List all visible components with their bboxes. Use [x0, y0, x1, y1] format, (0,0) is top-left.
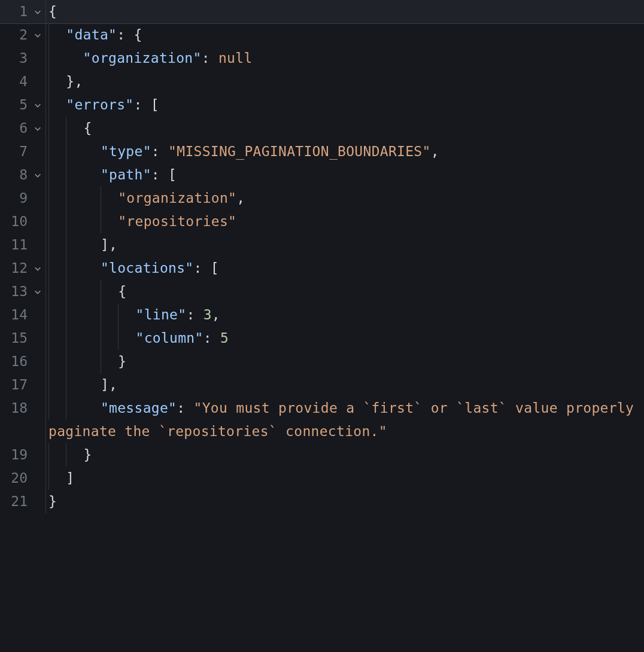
- code-line[interactable]: 20 ]: [0, 467, 644, 490]
- code-line[interactable]: 10 "repositories": [0, 210, 644, 233]
- code-line[interactable]: 16 }: [0, 350, 644, 373]
- code-content[interactable]: }: [46, 490, 57, 513]
- chevron-down-icon: [34, 31, 42, 39]
- code-content[interactable]: "repositories": [46, 210, 236, 233]
- fold-toggle[interactable]: [30, 257, 45, 280]
- fold-gutter: [30, 70, 45, 93]
- code-content[interactable]: ],: [46, 233, 117, 257]
- fold-gutter: [30, 443, 45, 467]
- code-content[interactable]: {: [46, 280, 126, 303]
- code-content[interactable]: "data": {: [46, 23, 142, 47]
- fold-toggle[interactable]: [30, 0, 45, 23]
- line-number: 4: [0, 70, 30, 93]
- line-number: 21: [0, 490, 30, 513]
- code-line[interactable]: 21 }: [0, 490, 644, 513]
- code-line[interactable]: 2 "data": {: [0, 23, 644, 47]
- line-number: 15: [0, 327, 30, 350]
- code-content[interactable]: "locations": [: [46, 257, 219, 280]
- chevron-down-icon: [34, 8, 42, 16]
- line-number: 16: [0, 350, 30, 373]
- code-content[interactable]: "errors": [: [46, 93, 159, 117]
- code-line[interactable]: 14 "line": 3,: [0, 303, 644, 327]
- line-number: 8: [0, 163, 30, 187]
- fold-gutter: [30, 467, 45, 490]
- code-line[interactable]: 11 ],: [0, 233, 644, 257]
- fold-gutter: [30, 397, 45, 420]
- code-line[interactable]: 12 "locations": [: [0, 257, 644, 280]
- code-line[interactable]: 8 "path": [: [0, 163, 644, 187]
- code-content[interactable]: "message": "You must provide a `first` o…: [46, 397, 644, 443]
- fold-gutter: [30, 373, 45, 397]
- code-line[interactable]: 1 {: [0, 0, 644, 23]
- code-content[interactable]: {: [46, 0, 57, 23]
- code-content[interactable]: ]: [46, 467, 74, 490]
- fold-gutter: [30, 303, 45, 327]
- code-editor[interactable]: 1 { 2 "data": { 3 "organization": null 4…: [0, 0, 644, 652]
- code-content[interactable]: }: [46, 350, 126, 373]
- chevron-down-icon: [34, 101, 42, 109]
- chevron-down-icon: [34, 264, 42, 273]
- code-line[interactable]: 13 {: [0, 280, 644, 303]
- fold-gutter: [30, 490, 45, 513]
- line-number: 20: [0, 467, 30, 490]
- code-line[interactable]: 15 "column": 5: [0, 327, 644, 350]
- fold-gutter: [30, 47, 45, 70]
- line-number: 13: [0, 280, 30, 303]
- line-number: 17: [0, 373, 30, 397]
- code-content[interactable]: "type": "MISSING_PAGINATION_BOUNDARIES",: [46, 140, 439, 163]
- line-number: 9: [0, 187, 30, 210]
- code-line[interactable]: 9 "organization",: [0, 187, 644, 210]
- code-line[interactable]: 5 "errors": [: [0, 93, 644, 117]
- code-line[interactable]: 19 }: [0, 443, 644, 467]
- fold-gutter: [30, 210, 45, 233]
- code-line[interactable]: 7 "type": "MISSING_PAGINATION_BOUNDARIES…: [0, 140, 644, 163]
- code-line[interactable]: 18 "message": "You must provide a `first…: [0, 397, 644, 443]
- line-number: 19: [0, 443, 30, 467]
- line-number: 5: [0, 93, 30, 117]
- code-line[interactable]: 17 ],: [0, 373, 644, 397]
- code-content[interactable]: "line": 3,: [46, 303, 220, 327]
- code-content[interactable]: ],: [46, 373, 117, 397]
- fold-gutter: [30, 233, 45, 257]
- fold-gutter: [30, 350, 45, 373]
- fold-toggle[interactable]: [30, 23, 45, 47]
- code-line[interactable]: 3 "organization": null: [0, 47, 644, 70]
- code-content[interactable]: "path": [: [46, 163, 177, 187]
- code-line[interactable]: 4 },: [0, 70, 644, 93]
- chevron-down-icon: [34, 124, 42, 133]
- fold-gutter: [30, 327, 45, 350]
- fold-gutter: [30, 140, 45, 163]
- line-number: 10: [0, 210, 30, 233]
- code-content[interactable]: "column": 5: [46, 327, 229, 350]
- line-number: 14: [0, 303, 30, 327]
- line-number: 3: [0, 47, 30, 70]
- code-content[interactable]: "organization": null: [46, 47, 253, 70]
- line-number: 7: [0, 140, 30, 163]
- fold-toggle[interactable]: [30, 93, 45, 117]
- code-content[interactable]: }: [46, 443, 92, 467]
- line-number: 18: [0, 397, 30, 420]
- fold-toggle[interactable]: [30, 163, 45, 187]
- line-number: 11: [0, 233, 30, 257]
- line-number: 1: [0, 0, 30, 23]
- line-number: 12: [0, 257, 30, 280]
- code-content[interactable]: },: [46, 70, 83, 93]
- line-number: 6: [0, 117, 30, 140]
- fold-gutter: [30, 187, 45, 210]
- code-content[interactable]: "organization",: [46, 187, 245, 210]
- code-content[interactable]: {: [46, 117, 92, 140]
- fold-toggle[interactable]: [30, 280, 45, 303]
- code-line[interactable]: 6 {: [0, 117, 644, 140]
- line-number: 2: [0, 23, 30, 47]
- chevron-down-icon: [34, 171, 42, 179]
- chevron-down-icon: [34, 288, 42, 296]
- fold-toggle[interactable]: [30, 117, 45, 140]
